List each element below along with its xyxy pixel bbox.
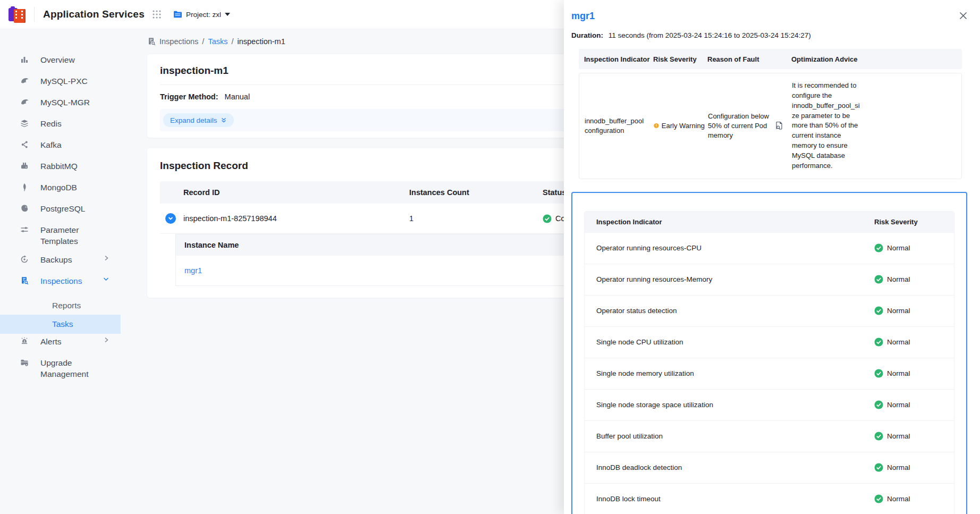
project-caret-icon bbox=[225, 13, 230, 16]
fault-indicator: innodb_buffer_pool configuration bbox=[585, 116, 650, 135]
check-row: Operator running resources-Memory Normal bbox=[585, 264, 954, 296]
layers-icon bbox=[20, 119, 29, 128]
col-inspection-indicator: Inspection Indicator bbox=[596, 218, 874, 226]
row-expander-button[interactable] bbox=[165, 213, 176, 224]
inspection-doc-icon bbox=[20, 276, 29, 285]
check-row: Operator running resources-CPU Normal bbox=[585, 233, 954, 264]
elephant-icon bbox=[20, 204, 29, 213]
fault-table: Inspection Indicator Risk Severity Reaso… bbox=[579, 49, 962, 179]
breadcrumb-current: inspection-m1 bbox=[238, 37, 285, 46]
project-selector[interactable]: Project: zxl bbox=[173, 11, 230, 19]
col-risk-severity: Risk Severity bbox=[874, 218, 954, 226]
sidebar-item-reports[interactable]: Reports bbox=[0, 297, 121, 315]
sidebar-item-tasks[interactable]: Tasks bbox=[0, 315, 121, 334]
breadcrumb-tasks-link[interactable]: Tasks bbox=[208, 37, 227, 46]
trigger-method-value: Manual bbox=[225, 92, 250, 101]
success-check-icon bbox=[874, 338, 883, 347]
sidebar-item-mysql-mgr[interactable]: MySQL-MGR bbox=[0, 97, 121, 118]
kafka-icon bbox=[20, 140, 29, 149]
instance-detail-drawer: mgr1 Duration: 11 seconds (from 2025-03-… bbox=[564, 0, 980, 514]
record-id-value: inspection-m1-8257198944 bbox=[183, 214, 409, 223]
check-row: Single node memory utilization Normal bbox=[585, 358, 954, 390]
fault-severity: Early Warning bbox=[662, 121, 705, 131]
close-icon[interactable] bbox=[959, 12, 967, 22]
col-record-id: Record ID bbox=[183, 188, 409, 197]
dolphin-icon bbox=[20, 77, 29, 85]
app-logo-icon[interactable] bbox=[7, 5, 27, 24]
inspection-doc-icon bbox=[147, 37, 156, 46]
col-optimization-advice: Optimization Advice bbox=[791, 55, 859, 63]
leaf-icon bbox=[20, 183, 29, 191]
backup-restore-icon bbox=[20, 255, 29, 264]
col-instances-count: Instances Count bbox=[409, 188, 543, 197]
expand-details-button[interactable]: Expand details bbox=[163, 113, 234, 127]
sidebar-item-kafka[interactable]: Kafka bbox=[0, 139, 121, 161]
breadcrumb-inspections[interactable]: Inspections bbox=[159, 37, 198, 46]
sidebar-item-overview[interactable]: Overview bbox=[0, 54, 121, 75]
header-divider bbox=[34, 7, 35, 22]
check-table-header: Inspection Indicator Risk Severity bbox=[585, 212, 954, 233]
project-label: Project: zxl bbox=[186, 11, 221, 19]
folder-gear-icon bbox=[20, 358, 29, 367]
sidebar-item-rabbitmq[interactable]: RabbitMQ bbox=[0, 161, 121, 182]
col-risk-severity: Risk Severity bbox=[653, 55, 704, 63]
duration-label: Duration: bbox=[571, 31, 603, 39]
success-check-icon bbox=[874, 243, 883, 252]
duration-value: 11 seconds (from 2025-03-24 15:24:16 to … bbox=[609, 31, 811, 39]
col-reason-of-fault: Reason of Fault bbox=[707, 55, 771, 63]
success-check-icon bbox=[543, 214, 552, 223]
instances-count-value: 1 bbox=[409, 214, 543, 223]
sliders-icon bbox=[20, 225, 29, 234]
success-check-icon bbox=[874, 432, 883, 441]
sidebar-item-upgrade-management[interactable]: Upgrade Management bbox=[0, 357, 121, 387]
instance-mgr1-link[interactable]: mgr1 bbox=[184, 266, 202, 275]
sidebar-item-mongodb[interactable]: MongoDB bbox=[0, 182, 121, 203]
check-row: Operator status detection Normal bbox=[585, 296, 954, 327]
sidebar-item-inspections[interactable]: Inspections bbox=[0, 275, 121, 297]
rabbitmq-icon bbox=[20, 162, 29, 170]
sidebar-item-postgresql[interactable]: PostgreSQL bbox=[0, 203, 121, 224]
sidebar-item-mysql-pxc[interactable]: MySQL-PXC bbox=[0, 75, 121, 97]
app-title: Application Services bbox=[43, 9, 145, 20]
warning-icon bbox=[654, 122, 659, 130]
drawer-title: mgr1 bbox=[564, 0, 980, 22]
fault-advice: It is recommended to configure the innod… bbox=[792, 81, 860, 171]
check-row: InnoDB lock timeout Normal bbox=[585, 484, 954, 514]
sidebar-item-parameter-templates[interactable]: Parameter Templates bbox=[0, 224, 121, 254]
success-check-icon bbox=[874, 494, 883, 503]
alarm-icon bbox=[20, 337, 29, 346]
chevron-down-icon bbox=[168, 216, 173, 221]
check-row: Buffer pool utilization Normal bbox=[585, 421, 954, 452]
chevron-right-icon bbox=[104, 337, 109, 343]
check-row: Single node CPU utilization Normal bbox=[585, 327, 954, 358]
view-report-icon[interactable] bbox=[775, 121, 789, 130]
fault-reason: Configuration below 50% of current Pod m… bbox=[708, 112, 772, 140]
app-grid-icon[interactable] bbox=[152, 10, 162, 19]
check-row: Single node storage space utilization No… bbox=[585, 390, 954, 421]
chevron-down-icon bbox=[103, 276, 109, 282]
dolphin-icon bbox=[20, 98, 29, 106]
fault-table-header: Inspection Indicator Risk Severity Reaso… bbox=[579, 49, 962, 69]
sidebar: Overview MySQL-PXC MySQL-MGR Redis Kafka… bbox=[0, 29, 121, 514]
trigger-method-label: Trigger Method: bbox=[160, 92, 218, 101]
fault-row: innodb_buffer_pool configuration Early W… bbox=[579, 73, 962, 179]
chevron-right-icon bbox=[104, 255, 109, 261]
project-folder-icon bbox=[173, 11, 182, 18]
success-check-icon bbox=[874, 369, 883, 378]
sidebar-item-redis[interactable]: Redis bbox=[0, 118, 121, 139]
sidebar-item-backups[interactable]: Backups bbox=[0, 254, 121, 275]
breadcrumb-separator: / bbox=[231, 37, 233, 46]
success-check-icon bbox=[874, 400, 883, 409]
breadcrumb-separator: / bbox=[202, 37, 204, 46]
check-results-panel: Inspection Indicator Risk Severity Opera… bbox=[571, 192, 967, 514]
success-check-icon bbox=[874, 275, 883, 284]
sidebar-item-alerts[interactable]: Alerts bbox=[0, 336, 121, 357]
success-check-icon bbox=[874, 306, 883, 315]
col-inspection-indicator: Inspection Indicator bbox=[584, 55, 650, 63]
success-check-icon bbox=[874, 463, 883, 472]
bar-chart-icon bbox=[20, 55, 29, 64]
check-row: InnoDB deadlock detection Normal bbox=[585, 452, 954, 484]
double-chevron-down-icon bbox=[221, 117, 227, 123]
check-table: Inspection Indicator Risk Severity Opera… bbox=[584, 211, 954, 514]
